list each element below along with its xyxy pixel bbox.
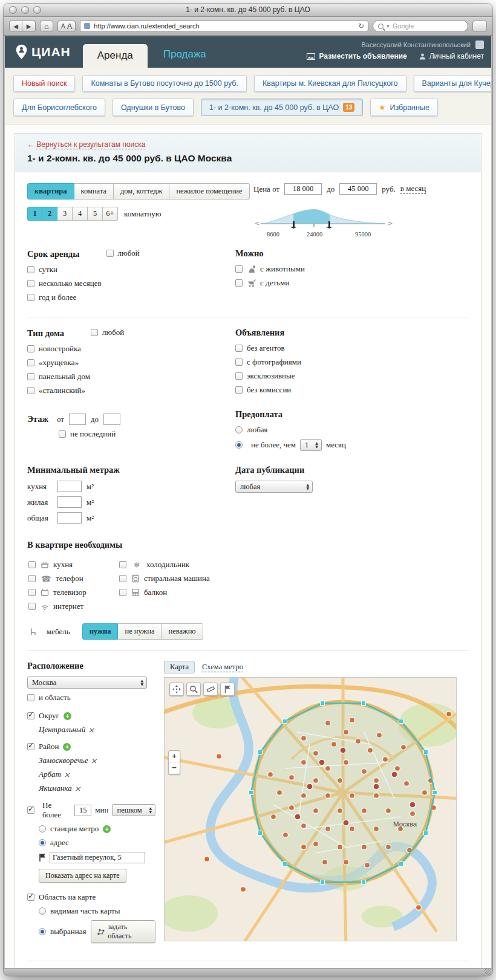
rooms-4[interactable]: 4 (73, 207, 88, 221)
house-stalin-label[interactable]: «сталинский» (39, 386, 85, 395)
saved-search-item[interactable]: Однушки в Бутово (113, 99, 194, 116)
reload-icon[interactable]: ↻ (358, 22, 364, 30)
zoom-tool-button[interactable] (186, 683, 201, 696)
minutes-input[interactable] (74, 805, 91, 816)
washer-label[interactable]: стиральная машина (144, 574, 210, 583)
visible-area-radio[interactable] (39, 907, 46, 915)
visible-area-label[interactable]: видимая часть карты (50, 906, 120, 916)
ptype-house[interactable]: дом, коттедж (114, 183, 169, 200)
furniture-needed[interactable]: нужна (82, 623, 119, 640)
google-search-input[interactable]: ▼ Google (373, 20, 468, 32)
house-panel-label[interactable]: панельный дом (39, 372, 90, 381)
minimize-window-button[interactable] (21, 6, 29, 14)
tab-rent[interactable]: Аренда (83, 44, 148, 68)
furniture-not-needed[interactable]: не нужна (118, 623, 162, 640)
close-window-button[interactable] (9, 6, 17, 14)
okrug-label[interactable]: Округ (39, 711, 59, 721)
ptype-nonresidential[interactable]: нежилое помещение (169, 183, 249, 200)
map-area-label[interactable]: Область на карте (39, 892, 96, 902)
add-raion-icon[interactable]: + (63, 743, 71, 751)
remove-icon[interactable]: × (91, 756, 97, 765)
zoom-window-button[interactable] (33, 6, 41, 14)
ptype-room[interactable]: комната (74, 183, 114, 200)
house-panel-checkbox[interactable] (27, 373, 34, 380)
address-input[interactable] (50, 852, 145, 863)
children-label[interactable]: с детьми (260, 278, 289, 288)
term-year-label[interactable]: год и более (39, 293, 76, 302)
text-size-buttons[interactable]: A A (57, 21, 76, 32)
tab-sale[interactable]: Продажа (163, 48, 206, 60)
okrug-checkbox[interactable] (27, 712, 34, 719)
internet-label[interactable]: интернет (53, 602, 83, 611)
selected-area-label[interactable]: выбранная (50, 927, 86, 936)
ruler-tool-button[interactable] (203, 683, 218, 696)
house-khrush-label[interactable]: «хрущевка» (39, 358, 79, 368)
titlebar[interactable]: 1- и 2-комн. кв. до 45 000 руб. в ЦАО (4, 4, 492, 17)
price-to-input[interactable] (339, 183, 377, 195)
balcony-checkbox[interactable] (119, 589, 126, 596)
header-small-icon[interactable] (475, 41, 484, 49)
pan-tool-button[interactable] (169, 683, 184, 696)
address-label[interactable]: адрес (50, 838, 69, 848)
ptype-apartment[interactable]: квартира (27, 183, 74, 200)
not-more-label[interactable]: Не более (42, 800, 71, 820)
tv-label[interactable]: телевизор (53, 588, 86, 597)
living-area-input[interactable] (57, 496, 82, 508)
saved-search-item[interactable]: Для Борисоглебского (13, 99, 105, 116)
toolbar-extra-button[interactable] (472, 21, 487, 32)
kitchen-area-input[interactable] (57, 481, 82, 492)
balcony-label[interactable]: балкон (144, 588, 167, 597)
price-from-input[interactable] (284, 183, 322, 195)
pub-date-select[interactable]: любая ▲▼ (235, 481, 313, 493)
phone-checkbox[interactable] (28, 575, 36, 582)
add-metro-icon[interactable]: + (103, 825, 111, 833)
and-region-label[interactable]: и область (39, 693, 71, 703)
no-agents-checkbox[interactable] (235, 345, 243, 352)
and-region-checkbox[interactable] (27, 694, 34, 701)
internet-checkbox[interactable] (28, 603, 36, 610)
saved-search-favorites[interactable]: ★ Избранные (370, 99, 438, 116)
house-any-label[interactable]: любой (102, 328, 124, 337)
term-daily-label[interactable]: сутки (39, 265, 57, 274)
zoom-in-button[interactable]: + (169, 751, 180, 762)
term-year-checkbox[interactable] (27, 294, 34, 301)
kitchen-checkbox[interactable] (28, 561, 36, 568)
price-histogram[interactable]: < > (253, 207, 393, 239)
rooms-6plus[interactable]: 6+ (103, 207, 118, 221)
saved-search-item[interactable]: Квартиры м. Киевская для Пилсуцкого (254, 75, 406, 92)
raion-label[interactable]: Район (39, 742, 59, 751)
city-select[interactable]: Москва ▲▼ (27, 677, 147, 689)
remove-icon[interactable]: × (88, 725, 94, 735)
saved-search-item[interactable]: Варианты для Кучеренко (414, 75, 491, 92)
term-months-checkbox[interactable] (27, 280, 34, 287)
with-photos-label[interactable]: с фотографиями (247, 357, 301, 367)
prepay-any-label[interactable]: любая (247, 425, 268, 435)
house-any-checkbox[interactable] (91, 329, 98, 336)
post-ad-link[interactable]: Разместить объявление (307, 52, 406, 60)
house-new-label[interactable]: новостройка (39, 344, 81, 354)
with-photos-checkbox[interactable] (235, 359, 243, 366)
travel-mode-select[interactable]: пешком ▲▼ (112, 804, 155, 816)
metro-label[interactable]: станция метро (50, 824, 99, 834)
no-commission-label[interactable]: без комиссии (247, 385, 291, 395)
term-daily-checkbox[interactable] (27, 266, 34, 273)
map-tab[interactable]: Карта (164, 661, 195, 673)
term-any-label[interactable]: любой (118, 248, 140, 258)
cian-logo[interactable]: ЦИАН (5, 36, 79, 68)
floor-from-input[interactable] (69, 414, 86, 425)
no-commission-checkbox[interactable] (235, 386, 243, 394)
forward-button[interactable]: ▶ (22, 21, 36, 32)
fridge-label[interactable]: холодильник (146, 560, 189, 570)
metro-radio[interactable] (39, 825, 46, 832)
show-address-button[interactable]: Показать адрес на карте (39, 869, 126, 883)
rooms-5[interactable]: 5 (88, 207, 103, 221)
not-last-floor-checkbox[interactable] (59, 430, 66, 438)
house-stalin-checkbox[interactable] (27, 387, 34, 394)
address-bar[interactable]: http://www.cian.ru/extended_search ↻ (80, 20, 368, 32)
address-radio[interactable] (39, 839, 46, 846)
total-area-input[interactable] (57, 512, 82, 524)
metro-scheme-tab[interactable]: Схема метро (202, 663, 243, 672)
add-okrug-icon[interactable]: + (64, 712, 71, 720)
saved-search-new[interactable]: Новый поиск (13, 75, 75, 92)
rooms-1[interactable]: 1 (27, 207, 42, 221)
